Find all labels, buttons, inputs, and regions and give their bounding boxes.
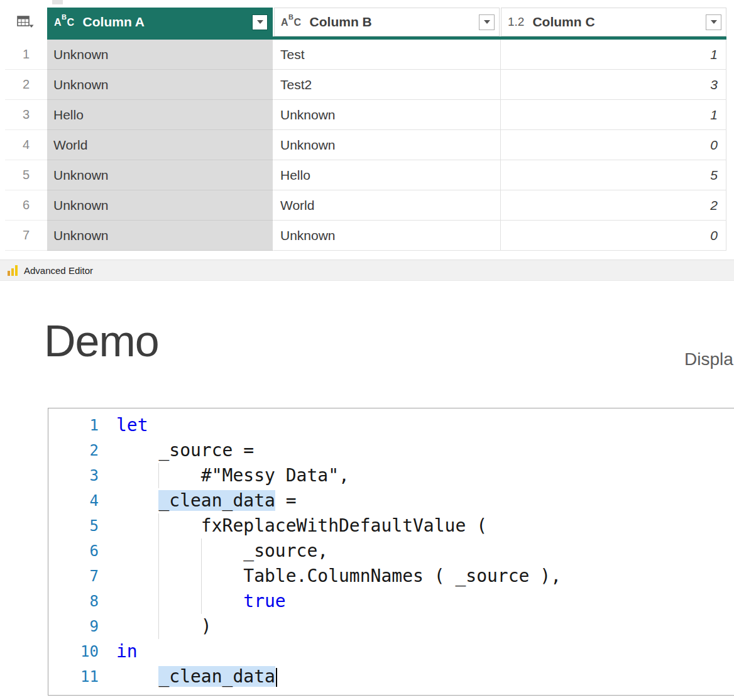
chevron-down-icon: [30, 25, 34, 28]
code-text: Table.ColumnNames ( _source ),: [116, 564, 561, 589]
code-line[interactable]: 3 #"Messy Data",: [48, 463, 734, 488]
code-line[interactable]: 11 _clean_data: [48, 664, 734, 689]
cell[interactable]: Test: [274, 40, 501, 70]
chevron-down-icon: [257, 20, 263, 24]
code-text: #"Messy Data",: [116, 463, 349, 488]
indent-guide: [201, 589, 202, 614]
indent-guide: [158, 614, 159, 639]
line-number: 8: [48, 589, 99, 614]
column-label: Column A: [83, 14, 145, 30]
line-number: 1: [48, 413, 99, 438]
row-number[interactable]: 7: [5, 221, 47, 251]
code-text: let: [116, 413, 148, 438]
line-number: 2: [48, 438, 99, 463]
table-header-row: ABCColumn AABCColumn B1.2Column C: [5, 8, 726, 36]
cell[interactable]: 1: [501, 100, 726, 130]
indent-guide: [158, 463, 159, 488]
cell[interactable]: World: [274, 190, 501, 221]
cell[interactable]: Unknown: [47, 190, 274, 221]
text-cursor: [276, 668, 277, 687]
query-name-heading: Demo: [44, 316, 159, 366]
row-number[interactable]: 2: [5, 70, 47, 100]
code-line[interactable]: 7 Table.ColumnNames ( _source ),: [48, 564, 734, 589]
line-number: 4: [48, 488, 99, 513]
code-line[interactable]: 4 _clean_data =: [48, 488, 734, 513]
cell[interactable]: Unknown: [47, 221, 274, 251]
column-header-column-b[interactable]: ABCColumn B: [274, 8, 500, 36]
line-number: 3: [48, 463, 99, 488]
code-text: in: [116, 639, 138, 664]
table-row: 2UnknownTest23: [5, 70, 726, 100]
column-label: Column C: [532, 14, 594, 30]
decimal-type-icon[interactable]: 1.2: [508, 15, 524, 29]
table-row: 1UnknownTest1: [5, 40, 726, 70]
table-row: 3HelloUnknown1: [5, 100, 726, 130]
code-lines: 1let2 _source =3 #"Messy Data",4 _clean_…: [48, 413, 734, 689]
filter-dropdown-button[interactable]: [479, 14, 495, 30]
display-options-label[interactable]: Displa: [684, 349, 733, 369]
cell[interactable]: 1: [501, 40, 726, 70]
cell[interactable]: 3: [501, 70, 726, 100]
indent-guide: [158, 513, 159, 539]
code-line[interactable]: 9 ): [48, 614, 734, 639]
row-number[interactable]: 6: [5, 190, 47, 221]
column-header-column-c[interactable]: 1.2Column C: [501, 8, 726, 36]
code-line[interactable]: 8 true: [48, 589, 734, 614]
filter-dropdown-button[interactable]: [706, 14, 721, 30]
row-number[interactable]: 4: [5, 130, 47, 160]
line-number: 10: [48, 639, 99, 664]
code-line[interactable]: 6 _source,: [48, 539, 734, 564]
indent-guide: [158, 539, 159, 564]
line-number: 11: [48, 664, 99, 689]
cell[interactable]: Hello: [274, 160, 501, 190]
cell[interactable]: 5: [501, 160, 726, 190]
table-icon: [17, 16, 34, 28]
column-header-column-a[interactable]: ABCColumn A: [47, 8, 273, 36]
chevron-down-icon: [711, 20, 717, 24]
code-line[interactable]: 1let: [48, 413, 734, 438]
code-line[interactable]: 5 fxReplaceWithDefaultValue (: [48, 513, 734, 539]
text-type-icon[interactable]: ABC: [54, 16, 75, 28]
cell[interactable]: Unknown: [47, 70, 274, 100]
line-number: 7: [48, 564, 99, 589]
table-select-all-button[interactable]: [5, 8, 46, 36]
table-row: 7UnknownUnknown0: [5, 221, 726, 251]
cell[interactable]: World: [47, 130, 274, 160]
cell[interactable]: 0: [501, 130, 726, 160]
chevron-down-icon: [484, 20, 490, 24]
code-text: _clean_data: [116, 664, 277, 689]
cell[interactable]: Unknown: [274, 100, 501, 130]
cell[interactable]: 2: [501, 190, 726, 221]
cell[interactable]: Hello: [47, 100, 274, 130]
power-bi-icon: [8, 265, 18, 276]
filter-dropdown-button[interactable]: [252, 14, 268, 30]
cell[interactable]: Unknown: [274, 221, 501, 251]
table-body: 1UnknownTest12UnknownTest233HelloUnknown…: [5, 40, 726, 251]
code-line[interactable]: 2 _source =: [48, 438, 734, 463]
code-text: _clean_data =: [116, 488, 297, 513]
line-number: 5: [48, 513, 99, 539]
line-number: 6: [48, 539, 99, 564]
row-number[interactable]: 3: [5, 100, 47, 130]
cell[interactable]: Test2: [274, 70, 501, 100]
code-text: ): [116, 614, 212, 639]
column-label: Column B: [310, 14, 372, 30]
cell[interactable]: Unknown: [47, 160, 274, 190]
cell[interactable]: Unknown: [274, 130, 501, 160]
table-row: 5UnknownHello5: [5, 160, 726, 190]
advanced-editor-title: Advanced Editor: [24, 265, 93, 276]
indent-guide: [158, 589, 159, 614]
cropped-toolbar-remnant: [52, 0, 63, 4]
cell[interactable]: 0: [501, 221, 726, 251]
table-row: 4WorldUnknown0: [5, 130, 726, 160]
indent-guide: [201, 539, 202, 564]
code-line[interactable]: 10in: [48, 639, 734, 664]
code-editor[interactable]: 1let2 _source =3 #"Messy Data",4 _clean_…: [48, 408, 734, 696]
code-text: fxReplaceWithDefaultValue (: [116, 513, 487, 539]
advanced-editor-titlebar: Advanced Editor: [0, 260, 734, 281]
text-type-icon[interactable]: ABC: [281, 16, 302, 28]
row-number[interactable]: 5: [5, 160, 47, 190]
indent-guide: [201, 564, 202, 589]
row-number[interactable]: 1: [5, 40, 47, 70]
cell[interactable]: Unknown: [47, 40, 274, 70]
